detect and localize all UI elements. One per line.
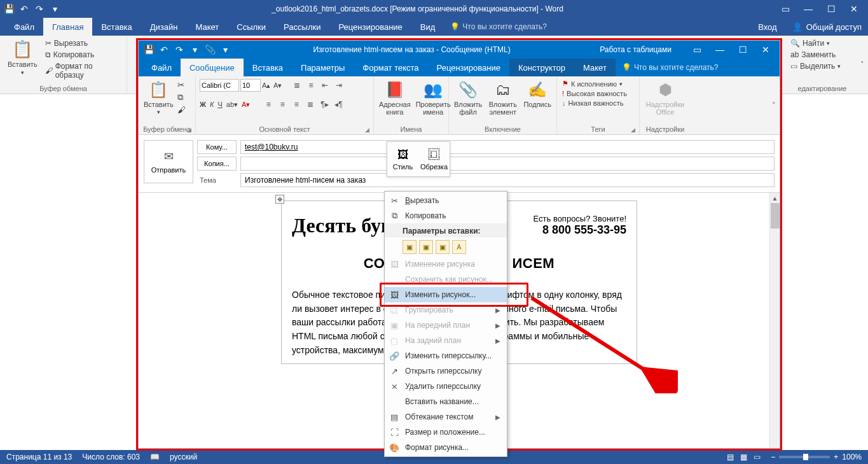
zoom-value[interactable]: 100% — [842, 453, 862, 461]
ctx-wrap-text[interactable]: ▤Обтекание текстом▶ — [385, 409, 507, 425]
find-button[interactable]: 🔍Найти ▾ — [789, 38, 842, 48]
attach-file-button[interactable]: 📎Вложить файл — [453, 79, 483, 117]
high-importance-button[interactable]: !Высокая важность — [561, 89, 628, 98]
crop-button[interactable]: ⿴Обрезка — [418, 142, 450, 176]
cc-field[interactable] — [240, 157, 775, 171]
ltr-icon[interactable]: ¶▸ — [319, 99, 330, 109]
tab-file[interactable]: Файл — [142, 59, 181, 76]
save-icon[interactable]: 💾 — [3, 3, 15, 15]
minimize-icon[interactable]: — — [711, 43, 729, 56]
ctx-format-picture[interactable]: 🎨Формат рисунка... — [385, 440, 507, 455]
ctx-open-hyperlink[interactable]: ↗Открыть гиперссылку — [385, 363, 507, 379]
tab-constructor[interactable]: Конструктор — [509, 59, 574, 76]
copy-icon[interactable]: ⧉ — [177, 92, 186, 102]
style-button[interactable]: 🖼Стиль — [387, 142, 418, 176]
weblayout-icon[interactable]: ▭ — [754, 453, 761, 461]
font-size-input[interactable] — [240, 79, 261, 92]
justify-icon[interactable]: ≣ — [305, 99, 316, 109]
tab-layout[interactable]: Макет — [574, 59, 616, 76]
undo-icon[interactable]: ↶ — [18, 3, 31, 15]
underline-button[interactable]: Ч — [217, 101, 222, 108]
paste-opt4-icon[interactable]: A — [452, 240, 466, 254]
subject-field[interactable] — [240, 173, 775, 187]
printlayout-icon[interactable]: ▦ — [740, 453, 747, 461]
shrink-font-icon[interactable]: A▾ — [273, 81, 284, 90]
paste-opt1-icon[interactable]: ▣ — [403, 240, 417, 254]
format-painter-button[interactable]: 🖌Формат по образцу — [44, 61, 121, 80]
tab-insert[interactable]: Вставка — [244, 59, 292, 76]
tab-review[interactable]: Рецензирование — [428, 59, 509, 76]
collapse-ribbon-icon[interactable]: ˄ — [772, 76, 780, 134]
qat-dd-icon[interactable]: ▾ — [219, 43, 231, 56]
launcher-icon[interactable]: ◢ — [631, 127, 635, 133]
tab-home[interactable]: Главная — [43, 18, 92, 36]
to-field[interactable] — [240, 140, 775, 154]
tab-insert[interactable]: Вставка — [92, 18, 141, 36]
font-name-input[interactable] — [200, 79, 239, 92]
tab-mailings[interactable]: Рассылки — [275, 18, 329, 36]
close-icon[interactable]: ✕ — [757, 43, 775, 56]
fontcolor-icon[interactable]: A▾ — [242, 101, 250, 109]
send-button[interactable]: ✉ Отправить — [144, 140, 193, 183]
tab-layout[interactable]: Макет — [186, 18, 228, 36]
status-zoom[interactable]: − + 100% — [771, 453, 862, 461]
italic-button[interactable]: К — [210, 101, 214, 108]
ctx-remove-hyperlink[interactable]: ⨯Удалить гиперссылку — [385, 379, 507, 394]
outdent-icon[interactable]: ⇤ — [319, 80, 331, 90]
signature-button[interactable]: ✍Подпись — [522, 79, 553, 109]
share-button[interactable]: 👤Общий доступ — [786, 18, 868, 36]
body-scrollbar[interactable]: ▲ — [769, 193, 780, 448]
replace-button[interactable]: abЗаменить — [789, 50, 842, 60]
cut-button[interactable]: ✂Вырезать — [44, 38, 121, 48]
address-book-button[interactable]: 📕Адресная книга — [378, 79, 412, 117]
cc-button[interactable]: Копия... — [197, 157, 237, 171]
tab-review[interactable]: Рецензирование — [329, 18, 411, 36]
ctx-copy[interactable]: ⧉Копировать — [385, 208, 507, 223]
undo-icon[interactable]: ↶ — [158, 43, 170, 56]
ctx-insert-caption[interactable]: Вставить название... — [385, 394, 507, 409]
maximize-icon[interactable]: ☐ — [822, 3, 840, 15]
zoom-slider[interactable] — [779, 456, 830, 458]
check-names-button[interactable]: 👥Проверить имена — [415, 79, 452, 117]
align-right-icon[interactable]: ≡ — [291, 99, 302, 109]
ribbon-options-icon[interactable]: ▭ — [688, 43, 706, 56]
readmode-icon[interactable]: ▤ — [727, 453, 734, 461]
grow-font-icon[interactable]: A▴ — [262, 81, 272, 90]
ctx-edit-hyperlink[interactable]: 🔗Изменить гиперссылку... — [385, 348, 507, 363]
followup-button[interactable]: ⚑К исполнению▾ — [561, 79, 628, 88]
bold-button[interactable]: Ж — [200, 101, 206, 108]
tell-me[interactable]: 💡Что вы хотите сделать? — [444, 18, 553, 36]
low-importance-button[interactable]: ↓Низкая важность — [561, 99, 628, 108]
qat-custom-icon[interactable]: ▾ — [48, 3, 61, 15]
highlight-icon[interactable]: ab▾ — [226, 101, 238, 109]
paste-opt3-icon[interactable]: ▣ — [436, 240, 450, 254]
paste-button[interactable]: 📋 Вставить▾ — [142, 79, 175, 117]
brush-icon[interactable]: 🖌 — [177, 105, 186, 115]
status-page[interactable]: Страница 11 из 13 — [6, 453, 72, 461]
tell-me[interactable]: 💡Что вы хотите сделать? — [616, 59, 725, 76]
tab-file[interactable]: Файл — [5, 18, 43, 36]
launcher-icon[interactable]: ◢ — [187, 127, 191, 133]
tab-options[interactable]: Параметры — [292, 59, 354, 76]
status-language[interactable]: русский — [170, 453, 197, 461]
bullets-icon[interactable]: ≣ — [291, 80, 303, 90]
attach-icon[interactable]: 📎 — [203, 43, 216, 56]
save-icon[interactable]: 💾 — [142, 43, 155, 56]
paste-opt2-icon[interactable]: ▣ — [419, 240, 433, 254]
qat-custom-icon[interactable]: ▾ — [188, 43, 201, 56]
close-icon[interactable]: ✕ — [845, 3, 863, 15]
redo-icon[interactable]: ↷ — [33, 3, 46, 15]
cut-icon[interactable]: ✂ — [177, 80, 186, 90]
office-addins-button[interactable]: ⬢Надстройки Office — [644, 79, 687, 117]
redo-icon[interactable]: ↷ — [173, 43, 186, 56]
table-move-handle-icon[interactable]: ✥ — [275, 195, 284, 204]
tab-view[interactable]: Вид — [411, 18, 444, 36]
numbering-icon[interactable]: ≡ — [305, 80, 317, 90]
status-words[interactable]: Число слов: 603 — [82, 453, 140, 461]
copy-button[interactable]: ⧉Копировать — [44, 50, 121, 60]
tab-format-text[interactable]: Формат текста — [354, 59, 427, 76]
launcher-icon[interactable]: ◢ — [365, 127, 369, 133]
zoom-out-icon[interactable]: − — [771, 453, 775, 461]
align-center-icon[interactable]: ≡ — [277, 99, 288, 109]
collapse-ribbon-icon[interactable]: ˄ — [860, 36, 868, 94]
